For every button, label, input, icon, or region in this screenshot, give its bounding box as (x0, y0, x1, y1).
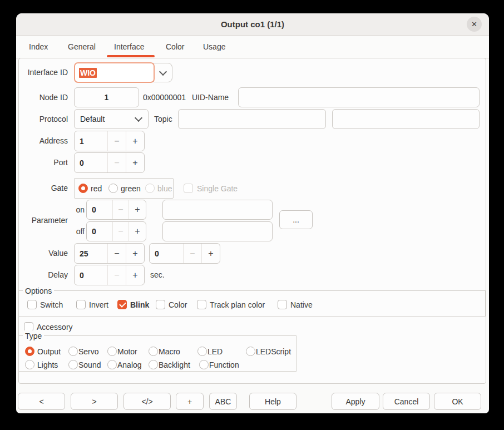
gate-label: Gate (16, 182, 68, 194)
type-radio-macro[interactable] (149, 347, 158, 356)
parameter-on-plus-button[interactable]: + (129, 200, 146, 219)
next-button[interactable]: > (71, 393, 118, 410)
tab-usage[interactable]: Usage (203, 36, 225, 58)
type-radio-backlight[interactable] (149, 360, 158, 369)
type-servo-label: Servo (78, 346, 99, 357)
type-legend: Type (23, 330, 44, 342)
plus-icon: + (132, 249, 137, 259)
value-label: Value (16, 248, 68, 259)
native-checkbox[interactable] (278, 300, 287, 309)
add-button[interactable]: + (176, 393, 204, 410)
value-2[interactable]: 0 (150, 244, 183, 263)
value-1-minus-button[interactable]: − (107, 244, 126, 263)
type-radio-lights[interactable] (25, 360, 34, 369)
parameter-on-text-input[interactable] (162, 200, 273, 220)
uid-name-input[interactable] (238, 87, 480, 107)
plus-icon: + (132, 136, 137, 146)
plus-icon: + (132, 270, 137, 280)
tabbar: Index General Interface Color Usage (16, 36, 489, 58)
color-checkbox[interactable] (156, 300, 165, 309)
value-1-plus-button[interactable]: + (126, 244, 144, 263)
abc-button[interactable]: ABC (209, 393, 237, 410)
minus-icon: − (118, 205, 123, 215)
delay-label: Delay (16, 269, 68, 280)
invert-label: Invert (89, 299, 108, 310)
parameter-more-button[interactable]: ... (279, 210, 313, 229)
node-id-hex: 0x00000001 (143, 92, 186, 103)
type-motor-label: Motor (117, 346, 137, 357)
interface-id-dropdown-button[interactable] (154, 63, 172, 82)
tab-interface[interactable]: Interface (114, 36, 144, 58)
apply-button[interactable]: Apply (332, 393, 379, 410)
address-minus-button[interactable]: − (107, 131, 126, 151)
port-label: Port (16, 157, 68, 168)
value-spinner-2: 0 − + (149, 243, 220, 264)
parameter-on-spinner: 0 − + (86, 200, 146, 220)
cancel-button[interactable]: Cancel (383, 393, 430, 410)
dialog-window: Output co1 (1/1) ✕ Index General Interfa… (16, 13, 489, 413)
delay-plus-button[interactable]: + (126, 265, 144, 285)
type-radio-led[interactable] (197, 347, 207, 356)
prev-button[interactable]: < (18, 393, 65, 410)
help-button[interactable]: Help (249, 393, 297, 410)
address-label: Address (16, 135, 68, 146)
parameter-off-label: off (68, 226, 85, 237)
port-minus-button: − (107, 153, 126, 172)
ok-button[interactable]: OK (434, 393, 481, 410)
type-radio-function[interactable] (199, 360, 209, 369)
gate-radio-blue (145, 184, 155, 193)
type-radio-ledscript[interactable] (246, 347, 255, 356)
interface-id-input[interactable]: WIO (74, 62, 155, 83)
port-spinner: 0 − + (74, 152, 145, 173)
code-button[interactable]: </> (123, 393, 171, 410)
track-plan-color-checkbox[interactable] (197, 300, 206, 309)
interface-id-label: Interface ID (16, 67, 68, 78)
protocol-value: Default (80, 115, 105, 123)
parameter-off-plus-button[interactable]: + (129, 222, 146, 241)
topic-input-2[interactable] (332, 109, 480, 129)
port-plus-button[interactable]: + (126, 153, 144, 172)
parameter-label: Parameter (16, 215, 68, 226)
value-1[interactable]: 25 (75, 244, 107, 263)
tab-general[interactable]: General (68, 36, 96, 58)
topic-input-1[interactable] (178, 109, 326, 129)
type-radio-analog[interactable] (107, 360, 117, 369)
address-value[interactable]: 1 (75, 131, 107, 151)
gate-radio-green[interactable] (108, 184, 118, 193)
gate-radio-red[interactable] (78, 184, 88, 193)
delay-minus-button: − (107, 265, 126, 285)
track-plan-color-label: Track plan color (210, 299, 265, 310)
protocol-dropdown[interactable]: Default (74, 109, 149, 129)
type-radio-sound[interactable] (68, 360, 78, 369)
window-title: Output co1 (1/1) (221, 19, 284, 29)
switch-checkbox[interactable] (27, 300, 37, 309)
type-radio-output[interactable] (25, 347, 34, 356)
tab-color[interactable]: Color (166, 36, 184, 58)
type-lights-label: Lights (37, 359, 58, 370)
titlebar[interactable]: Output co1 (1/1) ✕ (16, 13, 489, 36)
close-button[interactable]: ✕ (467, 17, 482, 32)
type-macro-label: Macro (159, 346, 180, 357)
type-output-label: Output (37, 346, 61, 357)
node-id-input[interactable] (74, 87, 139, 107)
parameter-on-value[interactable]: 0 (87, 200, 112, 219)
gate-blue-label: blue (157, 183, 172, 194)
parameter-off-value[interactable]: 0 (87, 222, 112, 241)
type-led-label: LED (207, 346, 223, 357)
value-2-minus-button: − (183, 244, 201, 263)
type-radio-motor[interactable] (107, 347, 117, 356)
single-gate-label: Single Gate (197, 183, 238, 194)
active-tab-indicator (107, 55, 155, 57)
parameter-off-text-input[interactable] (162, 221, 273, 241)
value-spinner-1: 25 − + (74, 243, 145, 264)
port-value[interactable]: 0 (75, 153, 107, 172)
address-plus-button[interactable]: + (126, 131, 144, 151)
type-radio-servo[interactable] (68, 347, 78, 356)
tab-index[interactable]: Index (29, 36, 48, 58)
blink-checkbox[interactable] (117, 300, 127, 309)
invert-checkbox[interactable] (76, 300, 86, 309)
minus-icon: − (114, 136, 119, 146)
value-2-plus-button[interactable]: + (201, 244, 220, 263)
delay-value[interactable]: 0 (75, 265, 107, 285)
parameter-off-minus-button: − (112, 222, 129, 241)
